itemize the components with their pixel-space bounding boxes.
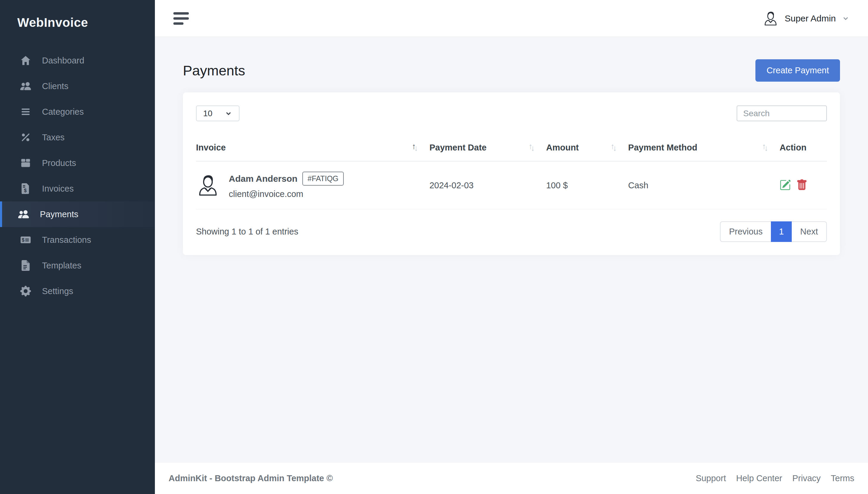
sidebar-item-label: Templates <box>42 261 81 270</box>
footer-link-terms[interactable]: Terms <box>831 473 854 483</box>
column-header-payment-date[interactable]: Payment Date ↑↓ <box>429 134 546 161</box>
amount-cell: 100 $ <box>546 161 628 209</box>
edit-icon[interactable] <box>779 179 791 191</box>
file-icon <box>20 260 31 271</box>
footer-link-privacy[interactable]: Privacy <box>792 473 821 483</box>
main-column: Super Admin Payments Create Payment 10 <box>155 0 868 494</box>
client-email: client@invoice.com <box>229 189 344 199</box>
table-header-row: Invoice ↑↓ Payment Date ↑↓ Amount ↑↓ <box>196 134 827 161</box>
client-name: Adam Anderson <box>229 174 297 184</box>
trash-icon[interactable] <box>796 179 808 191</box>
hamburger-bar <box>173 22 184 25</box>
invoice-code-badge: #FATIQG <box>302 172 344 186</box>
sidebar-item-products[interactable]: Products <box>0 150 155 176</box>
chevron-down-icon <box>225 110 232 117</box>
sidebar-item-label: Dashboard <box>42 56 84 65</box>
money-check-icon: $ <box>20 234 31 246</box>
sidebar-item-transactions[interactable]: $ Transactions <box>0 227 155 253</box>
column-label: Amount <box>546 143 579 152</box>
footer-brand: AdminKit - Bootstrap Admin Template © <box>169 473 333 483</box>
hamburger-bar <box>173 17 189 20</box>
page-title: Payments <box>183 62 245 79</box>
sidebar-nav: Dashboard Clients Categories Taxes <box>0 48 155 304</box>
sidebar-item-label: Invoices <box>42 184 74 194</box>
payment-method-cell: Cash <box>628 161 779 209</box>
page-footer: AdminKit - Bootstrap Admin Template © Su… <box>155 463 868 494</box>
brand-logo[interactable]: WebInvoice <box>0 0 155 48</box>
column-label: Payment Method <box>628 143 697 152</box>
column-header-amount[interactable]: Amount ↑↓ <box>546 134 628 161</box>
page-header: Payments Create Payment <box>183 59 840 82</box>
payments-table: Invoice ↑↓ Payment Date ↑↓ Amount ↑↓ <box>196 134 827 209</box>
sidebar-item-label: Transactions <box>42 235 91 245</box>
sidebar-item-settings[interactable]: Settings <box>0 278 155 304</box>
list-icon <box>20 106 31 117</box>
create-payment-button[interactable]: Create Payment <box>755 59 840 82</box>
sidebar-item-dashboard[interactable]: Dashboard <box>0 48 155 73</box>
sidebar-item-clients[interactable]: Clients <box>0 73 155 99</box>
sidebar-item-label: Settings <box>42 286 73 296</box>
sort-icon[interactable]: ↑↓ <box>611 143 615 152</box>
pagination-previous-button[interactable]: Previous <box>720 221 771 242</box>
column-header-invoice[interactable]: Invoice ↑↓ <box>196 134 429 161</box>
sidebar-item-label: Payments <box>40 209 78 219</box>
payment-date-cell: 2024-02-03 <box>429 161 546 209</box>
chevron-down-icon <box>842 15 850 22</box>
people-icon <box>20 80 31 92</box>
svg-text:$: $ <box>24 188 26 193</box>
sidebar-toggle-button[interactable] <box>169 9 193 28</box>
column-header-action: Action <box>779 134 827 161</box>
footer-links: Support Help Center Privacy Terms <box>696 473 854 483</box>
sidebar-item-label: Categories <box>42 107 84 117</box>
sidebar-item-categories[interactable]: Categories <box>0 99 155 125</box>
footer-link-help-center[interactable]: Help Center <box>736 473 782 483</box>
gear-icon <box>20 285 31 297</box>
search-input[interactable] <box>737 106 827 121</box>
sidebar-item-templates[interactable]: Templates <box>0 253 155 278</box>
page-content: Payments Create Payment 10 <box>155 37 868 463</box>
pagination-page-1-button[interactable]: 1 <box>771 221 792 242</box>
row-actions <box>779 179 827 191</box>
table-footer: Showing 1 to 1 of 1 entries Previous 1 N… <box>196 221 827 242</box>
pagination: Previous 1 Next <box>720 221 827 242</box>
sidebar-item-label: Taxes <box>42 133 65 142</box>
sidebar-item-label: Clients <box>42 81 69 91</box>
home-icon <box>20 55 31 66</box>
sidebar: WebInvoice Dashboard Clients Categories <box>0 0 155 494</box>
people-icon <box>18 209 29 220</box>
column-header-payment-method[interactable]: Payment Method ↑↓ <box>628 134 779 161</box>
page-size-value: 10 <box>203 109 212 118</box>
table-row: Adam Anderson #FATIQG client@invoice.com… <box>196 161 827 209</box>
sidebar-item-taxes[interactable]: Taxes <box>0 125 155 150</box>
table-controls: 10 <box>196 106 827 121</box>
invoice-text-block: Adam Anderson #FATIQG client@invoice.com <box>229 172 344 199</box>
sidebar-item-invoices[interactable]: $ Invoices <box>0 176 155 202</box>
top-navbar: Super Admin <box>155 0 868 37</box>
column-label: Invoice <box>196 143 226 152</box>
svg-text:$: $ <box>22 238 24 243</box>
pagination-next-button[interactable]: Next <box>792 221 827 242</box>
percent-icon <box>20 132 31 143</box>
sort-icon[interactable]: ↑↓ <box>762 143 767 152</box>
client-avatar-icon <box>196 171 220 200</box>
sidebar-item-payments[interactable]: Payments <box>0 202 155 227</box>
sort-icon[interactable]: ↑↓ <box>412 143 417 152</box>
user-menu[interactable]: Super Admin <box>763 10 850 27</box>
user-name: Super Admin <box>785 14 836 23</box>
hamburger-bar <box>173 12 189 15</box>
invoice-cell: Adam Anderson #FATIQG client@invoice.com <box>196 171 429 200</box>
page-size-select[interactable]: 10 <box>196 106 239 121</box>
sort-icon[interactable]: ↑↓ <box>528 143 533 152</box>
invoice-icon: $ <box>20 183 31 194</box>
user-avatar-icon <box>763 10 779 27</box>
column-label: Action <box>779 143 806 152</box>
column-label: Payment Date <box>429 143 487 152</box>
footer-link-support[interactable]: Support <box>696 473 726 483</box>
sidebar-item-label: Products <box>42 158 76 168</box>
payments-card: 10 Invoice ↑↓ Paym <box>183 92 840 255</box>
box-icon <box>20 157 31 169</box>
entries-summary: Showing 1 to 1 of 1 entries <box>196 227 298 236</box>
app-root: WebInvoice Dashboard Clients Categories <box>0 0 868 494</box>
